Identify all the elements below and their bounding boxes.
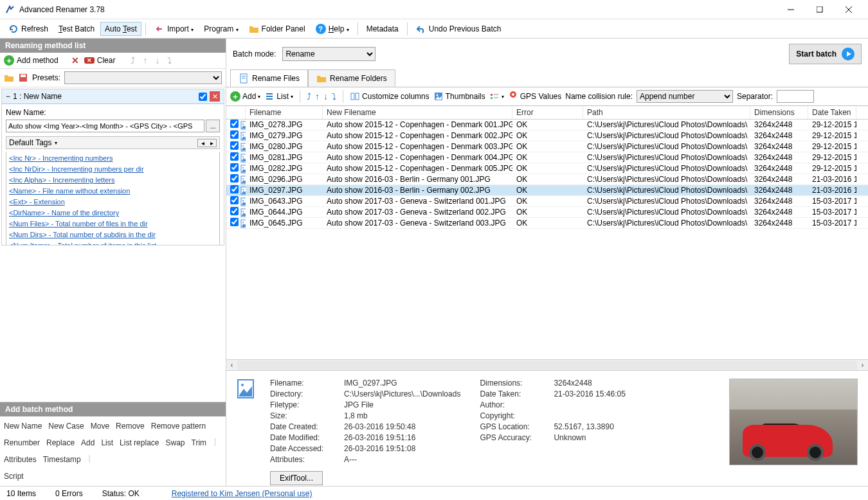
method-enabled-checkbox[interactable] xyxy=(199,93,207,101)
presets-select[interactable] xyxy=(64,71,222,84)
tags-dropdown[interactable]: Default Tags ▾ ◂▸ xyxy=(6,136,220,149)
batch-method-move[interactable]: Move xyxy=(91,420,109,432)
save-preset-icon[interactable] xyxy=(18,73,28,83)
tab-rename-folders[interactable]: Rename Folders xyxy=(308,69,395,87)
separator-input[interactable] xyxy=(777,90,814,103)
batch-method-list-replace[interactable]: List replace xyxy=(120,437,159,449)
gps-values-button[interactable]: GPS Values xyxy=(508,91,561,102)
batch-method-renumber[interactable]: Renumber xyxy=(4,437,40,449)
batch-method-swap[interactable]: Swap xyxy=(165,437,185,449)
tab-rename-files[interactable]: Rename Files xyxy=(230,69,308,87)
move-up-button[interactable]: ↑ xyxy=(315,91,320,102)
clear-button[interactable]: Clear xyxy=(97,56,116,65)
tag-link[interactable]: <Name> - File name without extension xyxy=(9,187,217,195)
collision-rule-select[interactable]: Append number xyxy=(637,90,733,103)
delete-method-button[interactable]: ✕ xyxy=(69,55,82,66)
col-checkbox[interactable] xyxy=(226,106,246,119)
open-preset-icon[interactable] xyxy=(4,73,14,83)
metadata-button[interactable]: Metadata xyxy=(362,22,403,36)
col-path[interactable]: Path xyxy=(583,106,750,119)
table-row[interactable]: IMG_0282.JPGAuto show 2015-12 - Copenhag… xyxy=(226,163,868,174)
batch-method-add[interactable]: Add xyxy=(81,437,95,449)
method-close-button[interactable]: ✕ xyxy=(210,91,220,102)
col-date-taken[interactable]: Date Taken xyxy=(808,106,856,119)
table-row[interactable]: IMG_0281.JPGAuto show 2015-12 - Copenhag… xyxy=(226,152,868,163)
row-checkbox[interactable] xyxy=(230,218,239,226)
batch-method-new-name[interactable]: New Name xyxy=(4,420,42,432)
table-row[interactable]: IMG_0297.JPGAuto show 2016-03 - Berlin -… xyxy=(226,185,868,196)
move-down-button[interactable]: ↓ xyxy=(152,55,162,66)
table-row[interactable]: IMG_0643.JPGAuto show 2017-03 - Geneva -… xyxy=(226,196,868,207)
batch-method-timestamp[interactable]: Timestamp xyxy=(43,454,81,465)
table-row[interactable]: IMG_0645.JPGAuto show 2017-03 - Geneva -… xyxy=(226,218,868,229)
row-checkbox[interactable] xyxy=(230,120,239,128)
tag-link[interactable]: <Ext> - Extension xyxy=(9,198,217,206)
table-row[interactable]: IMG_0280.JPGAuto show 2015-12 - Copenhag… xyxy=(226,141,868,152)
row-checkbox[interactable] xyxy=(230,152,239,161)
tag-link[interactable]: <Inc Nr> - Incrementing numbers xyxy=(9,154,217,162)
col-error[interactable]: Error xyxy=(512,106,583,119)
move-bottom-button[interactable]: ⤵ xyxy=(332,91,336,102)
table-row[interactable]: IMG_0644.JPGAuto show 2017-03 - Geneva -… xyxy=(226,207,868,218)
col-new-filename[interactable]: New Filename xyxy=(323,106,512,119)
tag-link[interactable]: <Num Items> - Total number of items in t… xyxy=(9,242,217,245)
col-filename[interactable]: Filename xyxy=(246,106,323,119)
test-batch-button[interactable]: Test Batch xyxy=(54,22,99,36)
batch-method-remove[interactable]: Remove xyxy=(116,420,145,432)
table-row[interactable]: IMG_0278.JPGAuto show 2015-12 - Copenhag… xyxy=(226,120,868,130)
import-button[interactable]: Import ▾ xyxy=(150,21,198,37)
pattern-input[interactable] xyxy=(6,120,204,132)
row-checkbox[interactable] xyxy=(230,196,239,204)
tag-link[interactable]: <Num Dirs> - Total number of subdirs in … xyxy=(9,231,217,238)
batch-method-replace[interactable]: Replace xyxy=(46,437,75,449)
folder-panel-button[interactable]: Folder Panel xyxy=(244,21,310,37)
undo-button[interactable]: Undo Previous Batch xyxy=(411,21,506,37)
table-row[interactable]: IMG_0296.JPGAuto show 2016-03 - Berlin -… xyxy=(226,174,868,185)
exiftool-button[interactable]: ExifTool... xyxy=(270,471,323,485)
row-checkbox[interactable] xyxy=(230,174,239,183)
pattern-browse-button[interactable]: ... xyxy=(206,120,220,132)
move-bottom-button[interactable]: ⤵ xyxy=(165,55,174,66)
add-files-button[interactable]: +Add▾ xyxy=(230,91,260,102)
add-method-button[interactable]: +Add method xyxy=(4,55,59,66)
row-checkbox[interactable] xyxy=(230,130,239,139)
maximize-button[interactable] xyxy=(805,1,834,19)
batch-method-list[interactable]: List xyxy=(101,437,113,449)
method-title-bar[interactable]: − 1 : New Name ✕ xyxy=(2,89,224,104)
tags-prev-button[interactable]: ◂ xyxy=(198,139,207,147)
tag-link[interactable]: <Num Files> - Total number of files in t… xyxy=(9,220,217,228)
close-button[interactable] xyxy=(834,1,863,19)
batch-mode-select[interactable]: Rename xyxy=(282,47,375,61)
batch-method-trim[interactable]: Trim xyxy=(192,437,207,449)
batch-method-remove-pattern[interactable]: Remove pattern xyxy=(151,420,206,432)
row-checkbox[interactable] xyxy=(230,163,239,172)
batch-method-new-case[interactable]: New Case xyxy=(48,420,84,432)
auto-test-button[interactable]: Auto Test xyxy=(100,22,141,36)
batch-method-script[interactable]: Script xyxy=(4,470,24,482)
list-menu-button[interactable]: List▾ xyxy=(264,91,293,102)
row-checkbox[interactable] xyxy=(230,141,239,150)
thumbnails-button[interactable]: Thumbnails xyxy=(433,91,485,102)
program-button[interactable]: Program ▾ xyxy=(199,22,242,36)
table-row[interactable]: IMG_0279.JPGAuto show 2015-12 - Copenhag… xyxy=(226,130,868,141)
display-options-button[interactable]: ▾ xyxy=(489,91,504,102)
row-checkbox[interactable] xyxy=(230,185,239,193)
tag-link[interactable]: <Inc NrDir> - Incrementing numbers per d… xyxy=(9,165,217,173)
col-dimensions[interactable]: Dimensions xyxy=(750,106,808,119)
start-batch-button[interactable]: Start batch xyxy=(789,44,862,64)
registration-link[interactable]: Registered to Kim Jensen (Personal use) xyxy=(172,489,312,498)
row-checkbox[interactable] xyxy=(230,207,239,215)
move-up-button[interactable]: ↑ xyxy=(140,55,150,66)
move-top-button[interactable]: ⤴ xyxy=(128,55,138,66)
batch-method-attributes[interactable]: Attributes xyxy=(4,454,37,465)
move-down-button[interactable]: ↓ xyxy=(323,91,328,102)
customize-columns-button[interactable]: Customize columns xyxy=(350,91,429,102)
tags-next-button[interactable]: ▸ xyxy=(207,139,216,147)
refresh-button[interactable]: Refresh xyxy=(4,21,53,37)
tag-link[interactable]: <DirName> - Name of the directory xyxy=(9,209,217,217)
move-top-button[interactable]: ⤴ xyxy=(307,91,311,102)
tag-link[interactable]: <Inc Alpha> - Incrementing letters xyxy=(9,176,217,184)
help-button[interactable]: ?Help ▾ xyxy=(311,21,354,37)
minimize-button[interactable] xyxy=(776,1,805,19)
horizontal-scrollbar[interactable]: ‹› xyxy=(226,359,868,370)
